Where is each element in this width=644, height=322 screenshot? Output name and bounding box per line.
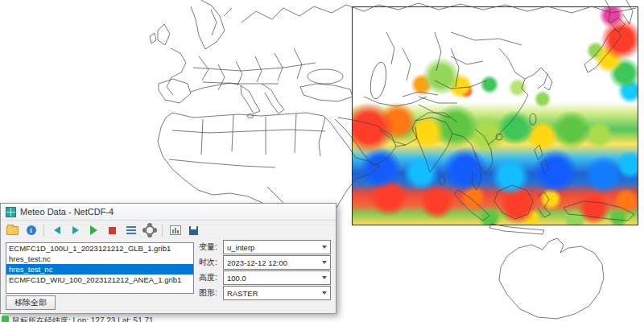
gear-icon bbox=[145, 225, 155, 235]
settings-button[interactable] bbox=[141, 222, 158, 239]
variable-label: 变量: bbox=[199, 242, 223, 253]
graphic-value: RASTER bbox=[227, 289, 258, 298]
chevron-down-icon bbox=[322, 291, 327, 295]
level-select[interactable]: 100.0 bbox=[223, 270, 331, 285]
meteo-data-dialog: Meteo Data - NetCDF-4 ECMFC1D_100U_1_202… bbox=[0, 203, 336, 314]
time-value: 2023-12-12 12:00 bbox=[227, 258, 287, 267]
app-screen: Meteo Data - NetCDF-4 ECMFC1D_100U_1_202… bbox=[0, 0, 644, 322]
status-bar: 鼠标所在经纬度: Lon: 127.23 Lat: 51.71 bbox=[2, 316, 154, 322]
form-row-time: 时次: 2023-12-12 12:00 bbox=[199, 256, 331, 269]
chart-icon bbox=[170, 225, 181, 235]
mouse-coordinates-text: 鼠标所在经纬度: Lon: 127.23 Lat: 51.71 bbox=[12, 316, 154, 322]
run-button[interactable] bbox=[85, 222, 102, 239]
file-list-item[interactable]: ECMFC1D_WIU_100_2023121212_ANEA_1.grib1 bbox=[6, 275, 193, 285]
level-label: 高度: bbox=[199, 272, 223, 283]
file-list-item-selected[interactable]: hres_test_nc bbox=[6, 264, 193, 275]
chart-button[interactable] bbox=[167, 222, 184, 239]
open-folder-button[interactable] bbox=[4, 222, 21, 239]
file-list-item[interactable]: hres_test.nc bbox=[6, 254, 193, 264]
graphic-label: 图形: bbox=[199, 287, 223, 299]
chevron-down-icon bbox=[322, 246, 327, 249]
graphic-select[interactable]: RASTER bbox=[223, 286, 331, 300]
forward-button[interactable] bbox=[67, 222, 84, 239]
back-arrow-icon bbox=[54, 226, 60, 234]
back-button[interactable] bbox=[48, 222, 65, 239]
dialog-toolbar bbox=[1, 221, 336, 240]
chevron-down-icon bbox=[322, 276, 327, 279]
forward-arrow-icon bbox=[72, 226, 79, 234]
chevron-down-icon bbox=[322, 261, 327, 264]
time-select[interactable]: 2023-12-12 12:00 bbox=[223, 255, 331, 270]
time-label: 时次: bbox=[199, 257, 223, 268]
toolbar-separator bbox=[43, 225, 44, 237]
list-view-button[interactable] bbox=[122, 222, 139, 239]
level-value: 100.0 bbox=[227, 274, 246, 283]
form-row-graphic: 图形: RASTER bbox=[199, 287, 331, 299]
file-list-item[interactable]: ECMFC1D_100U_1_2023121212_GLB_1.grib1 bbox=[6, 243, 193, 254]
dataset-file-list[interactable]: ECMFC1D_100U_1_2023121212_GLB_1.grib1 hr… bbox=[6, 242, 194, 294]
save-button[interactable] bbox=[185, 222, 202, 239]
run-icon bbox=[90, 225, 97, 235]
info-icon bbox=[27, 225, 36, 235]
dialog-titlebar[interactable]: Meteo Data - NetCDF-4 bbox=[1, 204, 336, 221]
list-icon bbox=[126, 226, 136, 234]
form-row-variable: 变量: u_interp bbox=[199, 241, 331, 254]
stop-button[interactable] bbox=[104, 222, 121, 239]
open-folder-icon bbox=[6, 226, 19, 235]
info-button[interactable] bbox=[23, 222, 39, 239]
status-icon bbox=[2, 316, 9, 322]
toolbar-separator bbox=[162, 225, 163, 237]
dialog-title: Meteo Data - NetCDF-4 bbox=[20, 207, 114, 217]
save-icon bbox=[189, 226, 198, 235]
form-row-level: 高度: 100.0 bbox=[199, 271, 331, 284]
variable-value: u_interp bbox=[227, 243, 254, 252]
stop-icon bbox=[109, 227, 116, 234]
parameter-form: 变量: u_interp 时次: 2023-12-12 12:00 高度: 10… bbox=[199, 241, 331, 302]
raster-overlay bbox=[352, 6, 638, 225]
variable-select[interactable]: u_interp bbox=[223, 240, 331, 254]
remove-all-button[interactable]: 移除全部 bbox=[6, 295, 56, 310]
app-icon bbox=[6, 207, 16, 217]
